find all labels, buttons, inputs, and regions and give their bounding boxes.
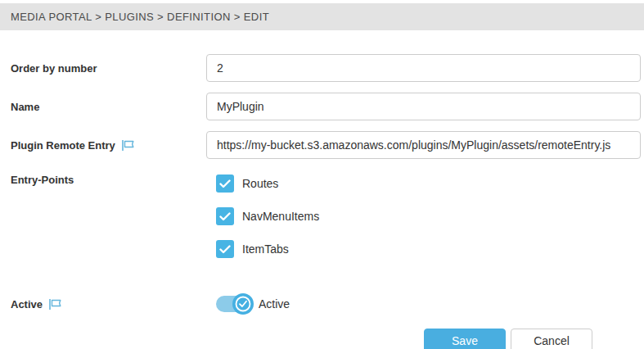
itemtabs-checkbox[interactable] [216,240,234,258]
plugin-remote-entry-row: Plugin Remote Entry [0,131,644,159]
check-circle-icon [235,296,251,312]
entry-point-option-navmenuitems: NavMenuItems [216,207,644,225]
entry-point-option-routes: Routes [216,174,644,193]
name-row: Name [0,93,644,120]
active-row: Active Active [0,292,644,315]
active-toggle-wrap: Active [206,296,644,312]
entry-point-option-itemtabs: ItemTabs [216,240,644,258]
flag-icon [48,298,62,310]
form-actions: Save Cancel [0,329,644,349]
name-field-cell [206,93,641,120]
plugin-remote-entry-label-cell: Plugin Remote Entry [0,139,206,152]
active-toggle-label: Active [259,297,290,310]
checkmark-icon [219,212,231,221]
order-by-number-row: Order by number [0,54,644,82]
flag-icon [121,139,135,152]
routes-checkbox[interactable] [216,174,234,193]
entry-points-options: Routes NavMenuItems ItemTabs [206,170,644,273]
plugin-edit-form: Order by number Name Plugin Remote Entry [0,54,644,349]
active-toggle-knob [232,293,254,315]
plugin-remote-entry-input[interactable] [206,131,641,159]
breadcrumb-text: MEDIA PORTAL > PLUGINS > DEFINITION > ED… [11,11,269,23]
routes-checkbox-label: Routes [242,177,278,190]
name-label: Name [0,101,206,113]
order-by-number-field-cell [206,54,641,82]
active-toggle[interactable] [216,296,250,312]
plugin-remote-entry-field-cell [206,131,641,159]
order-by-number-label: Order by number [0,62,206,75]
entry-points-label: Entry-Points [0,170,206,273]
checkmark-icon [219,179,231,188]
breadcrumb: MEDIA PORTAL > PLUGINS > DEFINITION > ED… [0,3,644,30]
navmenuitems-checkbox-label: NavMenuItems [242,210,319,223]
name-input[interactable] [206,93,641,120]
checkmark-icon [219,245,231,254]
active-label: Active [11,298,43,310]
order-by-number-input[interactable] [206,54,641,82]
plugin-remote-entry-label: Plugin Remote Entry [11,139,115,152]
cancel-button[interactable]: Cancel [511,329,592,349]
itemtabs-checkbox-label: ItemTabs [242,242,289,256]
active-label-cell: Active [0,298,206,310]
save-button[interactable]: Save [424,329,506,349]
navmenuitems-checkbox[interactable] [216,207,234,225]
entry-points-row: Entry-Points Routes NavMenuItems [0,170,644,273]
